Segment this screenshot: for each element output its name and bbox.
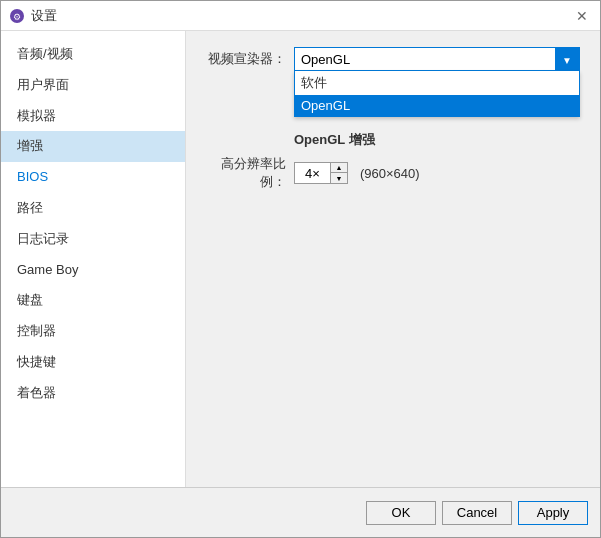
main-area: 视频宣染器： OpenGL ▼ 软件 OpenGL Open [186, 31, 600, 487]
spinner-up-button[interactable]: ▲ [331, 163, 347, 173]
sidebar-item-colorizer[interactable]: 着色器 [1, 378, 185, 409]
window-title: 设置 [31, 7, 57, 25]
sidebar-item-gameboy[interactable]: Game Boy [1, 255, 185, 286]
sidebar-item-bios[interactable]: BIOS [1, 162, 185, 193]
sidebar-item-controller[interactable]: 控制器 [1, 316, 185, 347]
scale-label: 高分辨率比例： [206, 155, 286, 191]
title-bar-left: ⚙ 设置 [9, 7, 57, 25]
sidebar-item-ui[interactable]: 用户界面 [1, 70, 185, 101]
renderer-label: 视频宣染器： [206, 50, 286, 68]
sidebar-item-shortcuts[interactable]: 快捷键 [1, 347, 185, 378]
sidebar: 音频/视频 用户界面 模拟器 增强 BIOS 路径 日志记录 Game Boy … [1, 31, 186, 487]
settings-window: ⚙ 设置 ✕ 音频/视频 用户界面 模拟器 增强 BIOS 路径 日志记录 Ga… [0, 0, 601, 538]
scale-input[interactable] [295, 163, 330, 183]
svg-text:⚙: ⚙ [13, 12, 21, 22]
footer: OK Cancel Apply [1, 487, 600, 537]
option-software[interactable]: 软件 [295, 71, 579, 95]
content-area: 音频/视频 用户界面 模拟器 增强 BIOS 路径 日志记录 Game Boy … [1, 31, 600, 487]
scale-row: 高分辨率比例： ▲ ▼ (960×640) [206, 155, 580, 191]
sidebar-item-keyboard[interactable]: 键盘 [1, 285, 185, 316]
scale-spinner[interactable]: ▲ ▼ [294, 162, 348, 184]
renderer-row: 视频宣染器： OpenGL ▼ 软件 OpenGL [206, 47, 580, 71]
opengl-section-title: OpenGL 增强 [294, 131, 580, 149]
spinner-down-button[interactable]: ▼ [331, 173, 347, 183]
sidebar-item-audio-video[interactable]: 音频/视频 [1, 39, 185, 70]
sidebar-item-emulator[interactable]: 模拟器 [1, 101, 185, 132]
sidebar-item-path[interactable]: 路径 [1, 193, 185, 224]
sidebar-item-enhance[interactable]: 增强 [1, 131, 185, 162]
dropdown-arrow-icon: ▼ [562, 55, 572, 66]
renderer-selected-value: OpenGL [301, 52, 573, 67]
scale-info: (960×640) [360, 166, 420, 181]
sidebar-item-log[interactable]: 日志记录 [1, 224, 185, 255]
title-bar: ⚙ 设置 ✕ [1, 1, 600, 31]
ok-button[interactable]: OK [366, 501, 436, 525]
cancel-button[interactable]: Cancel [442, 501, 512, 525]
option-opengl[interactable]: OpenGL [295, 95, 579, 116]
renderer-dropdown-options[interactable]: 软件 OpenGL [294, 71, 580, 117]
close-button[interactable]: ✕ [572, 6, 592, 26]
app-icon: ⚙ [9, 8, 25, 24]
apply-button[interactable]: Apply [518, 501, 588, 525]
renderer-dropdown-container: OpenGL ▼ 软件 OpenGL [294, 47, 580, 71]
spinner-buttons: ▲ ▼ [330, 163, 347, 183]
